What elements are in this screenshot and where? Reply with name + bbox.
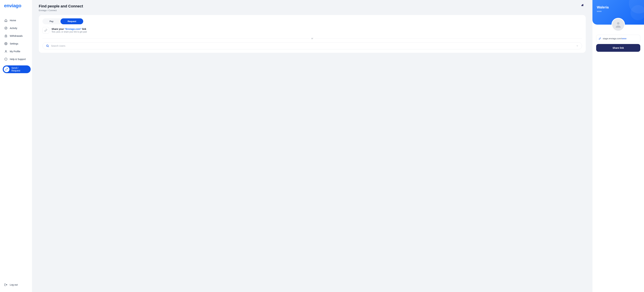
- tab-request[interactable]: Request: [60, 18, 83, 24]
- send-request-button[interactable]: Send / Request: [3, 65, 31, 73]
- sidebar-item-settings[interactable]: Settings: [1, 40, 32, 48]
- tabs: Pay Request: [42, 18, 83, 24]
- link-icon: [599, 38, 601, 40]
- share-subtitle: Text, post, or share your link to get pa…: [52, 31, 87, 33]
- sidebar-item-label: Help & Support: [10, 58, 26, 61]
- svg-point-6: [46, 45, 48, 47]
- share-title: Share your "Enviago.com" link: [52, 28, 87, 30]
- breadcrumb: Enviago / Connect: [39, 9, 83, 12]
- profile-link-box[interactable]: stage.enviago.com/www: [596, 35, 640, 42]
- search-users-box[interactable]: [42, 42, 582, 49]
- connect-card: Pay Request Share your "Enviago.com" lin…: [39, 15, 586, 53]
- locale-flag-us[interactable]: [581, 4, 586, 9]
- brand-logo[interactable]: enviago: [0, 3, 32, 13]
- share-link-row[interactable]: Share your "Enviago.com" link Text, post…: [42, 27, 582, 34]
- home-icon: [4, 19, 8, 22]
- profile-panel: Waleria www stage.enviago.com/www Share …: [592, 0, 644, 292]
- logout-icon: [4, 283, 8, 286]
- tab-pay[interactable]: Pay: [42, 18, 60, 24]
- share-link-button[interactable]: Share link: [596, 44, 640, 52]
- flag-canton: [581, 4, 583, 6]
- svg-line-7: [48, 46, 48, 47]
- breadcrumb-sep: /: [47, 9, 48, 12]
- sidebar-item-label: Activity: [10, 27, 17, 30]
- sidebar-item-activity[interactable]: Activity: [1, 24, 32, 32]
- user-icon: [4, 50, 8, 53]
- chevron-down-icon[interactable]: [576, 45, 578, 47]
- search-icon: [46, 44, 49, 47]
- send-request-label: Send / Request: [12, 67, 28, 72]
- sidebar-item-profile[interactable]: My Profile: [1, 48, 32, 55]
- search-input[interactable]: [51, 45, 576, 47]
- bank-icon: [4, 34, 8, 38]
- svg-point-8: [617, 22, 620, 25]
- sidebar-item-help[interactable]: Help & Support: [1, 55, 32, 63]
- breadcrumb-current: Connect: [48, 9, 56, 12]
- sidebar-item-label: Home: [10, 19, 16, 22]
- logout-button[interactable]: Log out: [1, 281, 32, 289]
- banner-decoration-icon: [630, 5, 644, 20]
- page-title: Find people and Connect: [39, 4, 83, 9]
- sidebar-item-label: Settings: [10, 42, 18, 45]
- activity-icon: [4, 27, 8, 30]
- send-request-icon: [4, 66, 10, 72]
- divider-line: [42, 38, 310, 39]
- breadcrumb-root[interactable]: Enviago: [39, 9, 47, 12]
- svg-point-2: [6, 50, 6, 52]
- gear-icon: [4, 42, 8, 45]
- info-icon: [4, 58, 8, 61]
- sidebar-item-withdrawals[interactable]: Withdrawals: [1, 32, 32, 40]
- sidebar-item-label: Withdrawals: [10, 35, 22, 37]
- or-label: or: [311, 37, 313, 40]
- logout-label: Log out: [10, 283, 18, 286]
- profile-link-text: stage.enviago.com/www: [603, 37, 626, 40]
- svg-point-1: [6, 43, 6, 44]
- link-icon: [42, 27, 49, 34]
- sidebar-item-home[interactable]: Home: [1, 17, 32, 24]
- divider-line: [315, 38, 582, 39]
- sidebar-item-label: My Profile: [10, 50, 20, 53]
- avatar[interactable]: [612, 18, 625, 31]
